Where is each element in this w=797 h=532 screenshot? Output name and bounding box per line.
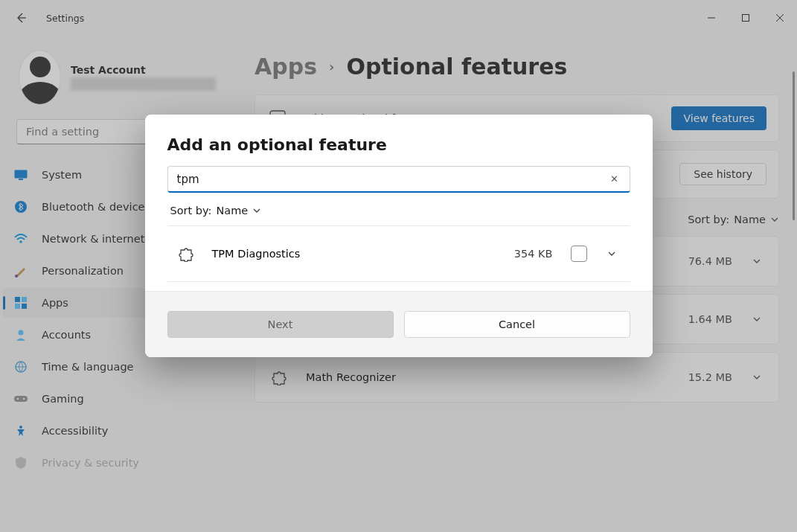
dialog-search[interactable]: ✕	[167, 166, 630, 193]
sort-by-label: Sort by:	[170, 205, 212, 217]
puzzle-icon	[178, 246, 194, 262]
sort-by-value: Name	[216, 205, 248, 217]
clear-icon[interactable]: ✕	[609, 173, 621, 185]
dialog-search-input[interactable]	[177, 173, 609, 186]
result-checkbox[interactable]	[571, 246, 587, 262]
add-feature-dialog: Add an optional feature ✕ Sort by: Name …	[145, 115, 653, 357]
dialog-sort[interactable]: Sort by: Name	[170, 205, 630, 217]
settings-window: Settings Test Account	[0, 0, 797, 532]
cancel-button[interactable]: Cancel	[404, 311, 630, 338]
result-size: 354 KB	[514, 248, 553, 260]
next-button[interactable]: Next	[167, 311, 394, 338]
dialog-results: TPM Diagnostics 354 KB	[167, 225, 630, 282]
chevron-down-icon[interactable]	[605, 247, 618, 260]
chevron-down-icon	[252, 206, 261, 215]
result-name: TPM Diagnostics	[212, 248, 496, 260]
result-row[interactable]: TPM Diagnostics 354 KB	[167, 226, 630, 281]
dialog-title: Add an optional feature	[167, 135, 630, 154]
dialog-footer: Next Cancel	[145, 291, 653, 357]
modal-overlay: Add an optional feature ✕ Sort by: Name …	[0, 0, 797, 532]
